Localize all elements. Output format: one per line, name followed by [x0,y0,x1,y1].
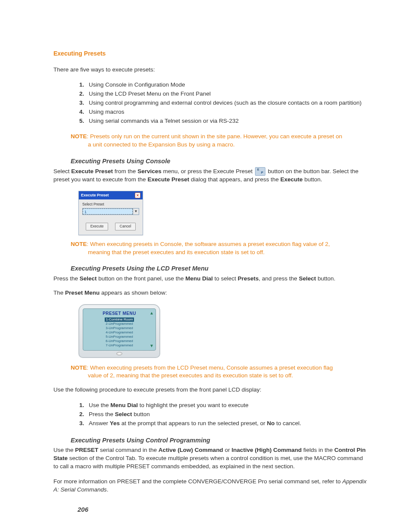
arrow-down-icon[interactable]: ▼ [149,343,154,349]
lcd-paragraph-2: The Preset Menu appears as shown below: [53,289,368,297]
note-text: : Presets only run on the current unit s… [87,133,342,148]
bold-text: Yes [110,420,120,426]
five-ways-list: Using Console in Configuration Mode Usin… [53,81,368,125]
text: button. [303,176,322,183]
note-label: NOTE [71,364,87,371]
execute-preset-icon [255,167,265,176]
text: appears as shown below: [100,289,167,296]
list-item: Using macros [79,108,368,117]
lcd-item[interactable]: 6-UnProgrammed [89,339,149,343]
document-page: Executing Presets There are five ways to… [0,0,411,532]
text: Press the [53,275,80,282]
text: dialog that appears, and press the [189,176,280,183]
close-icon[interactable]: × [135,193,140,198]
bold-text: Menu Dial [110,402,138,408]
note-text: : When executing presets from the LCD Pr… [87,364,333,379]
cancel-button[interactable]: Cancel [115,223,136,230]
lcd-steps-list: Use the Menu Dial to highlight the prese… [53,401,368,428]
text: Press the [89,411,115,417]
console-paragraph: Select Execute Preset from the Services … [53,167,368,184]
text: serial command in the [98,447,159,453]
lcd-item[interactable]: 5-UnProgrammed [89,335,149,339]
list-item: Using Console in Configuration Mode [79,81,368,90]
text: section of the Control Tab. To execute m… [53,455,363,470]
list-item: Answer Yes at the prompt that appears to… [79,419,368,428]
bold-text: Execute Preset [147,176,189,183]
text: at the prompt that appears to run the se… [120,420,267,426]
bold-text: Active (Low) Command [159,447,223,453]
lcd-item[interactable]: 4-UnProgrammed [89,330,149,335]
bold-text: Inactive (High) Command [231,447,302,453]
text: to highlight the preset you want to exec… [138,402,249,408]
list-item: Press the Select button [79,410,368,419]
bold-text: Select [299,275,316,282]
lcd-item[interactable]: 7-UnProgrammed [89,343,149,348]
bold-text: Presets [238,275,259,282]
note-1: NOTE: Presets only run on the current un… [71,133,346,149]
lcd-title: PRESET MENU [89,311,149,317]
note-3: NOTE: When executing presets from the LC… [71,364,346,380]
note-label: NOTE [71,241,87,247]
text: Use the [89,402,110,408]
dialog-title-text: Execute Preset [81,193,109,198]
lcd-item-selected[interactable]: 1-Combine Room [105,317,134,322]
control-paragraph: Use the PRESET serial command in the Act… [53,446,368,471]
chevron-down-icon[interactable]: ▼ [133,208,139,215]
note-text: : When executing presets in Console, the… [87,241,330,255]
bold-text: Execute [280,176,303,183]
execute-preset-dialog: Execute Preset × Select Preset 1 ▼ Execu… [78,191,143,235]
menu-dial-knob[interactable] [116,352,122,355]
note-2: NOTE: When executing presets in Console,… [71,240,346,257]
list-item: Using control programming and external c… [79,99,368,108]
bold-text: Execute Preset [71,168,113,174]
list-item: Using the LCD Preset Menu on the Front P… [79,90,368,99]
page-number: 206 [78,505,88,514]
text: button on the front panel, use the [97,275,186,282]
text: Select [53,168,71,174]
text: to cancel. [275,420,302,426]
text: to select [213,275,238,282]
text: For more information on PRESET and the c… [53,478,342,485]
text: button. [316,275,335,282]
bold-text: Preset Menu [65,289,100,296]
lcd-item[interactable]: 2-UnProgrammed [89,322,149,326]
text: from the [113,168,137,174]
lcd-screen: PRESET MENU ▲ 1-Combine Room 2-UnProgram… [83,308,156,351]
bold-text: Select [80,275,97,282]
dialog-body: Select Preset 1 ▼ Execute Cancel [79,199,143,235]
list-item: Use the Menu Dial to highlight the prese… [79,401,368,410]
bold-text: PRESET [75,447,98,453]
bold-text: Services [137,168,162,174]
note-label: NOTE [71,133,87,140]
heading-lcd: Executing Presets Using the LCD Preset M… [71,264,368,273]
text: button [132,411,150,417]
lcd-item[interactable]: 3-UnProgrammed [89,326,149,330]
text: , and press the [259,275,299,282]
text: The [53,289,65,296]
arrow-up-icon[interactable]: ▲ [149,310,154,316]
select-preset-label: Select Preset [82,202,139,207]
bold-text: No [267,420,275,426]
text: Answer [89,420,110,426]
lcd-paragraph-1: Press the Select button on the front pan… [53,275,368,283]
text: fields in the [302,447,334,453]
text: Use the [53,447,75,453]
select-value: 1 [83,208,133,215]
bold-text: Select [115,411,132,417]
bold-text: Menu Dial [185,275,213,282]
text: . [107,486,109,493]
dialog-titlebar: Execute Preset × [79,191,143,199]
heading-main: Executing Presets [53,50,368,58]
execute-button[interactable]: Execute [86,223,109,230]
lcd-device: PRESET MENU ▲ 1-Combine Room 2-UnProgram… [78,304,160,358]
heading-control: Executing Presets Using Control Programm… [71,436,368,445]
preset-select[interactable]: 1 ▼ [82,208,139,215]
text: or [223,447,232,453]
list-item: Using serial commands via a Telnet sessi… [79,117,368,126]
heading-console: Executing Presets Using Console [71,157,368,165]
intro-paragraph: There are five ways to execute presets: [53,66,368,74]
lcd-procedure-intro: Use the following procedure to execute p… [53,386,368,394]
text: menu, or press the Execute Preset [162,168,254,174]
control-paragraph-2: For more information on PRESET and the c… [53,478,368,494]
